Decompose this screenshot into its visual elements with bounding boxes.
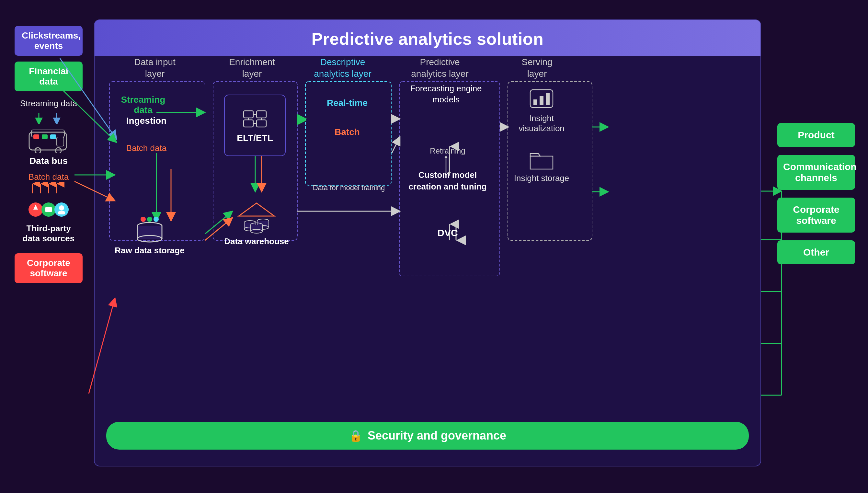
ingestion-node: Ingestion [114,116,179,126]
svg-point-46 [147,217,152,222]
folder-icon [528,150,555,171]
elt-etl-icon [240,108,269,130]
warehouse-icon [236,201,278,234]
third-party-box: Third-party data sources [23,198,74,243]
real-time-node: Real-time [315,98,379,108]
svg-point-47 [153,217,159,222]
main-container: Predictive analytics solution Data input… [94,19,761,467]
svg-rect-82 [534,100,537,105]
main-title: Predictive analytics solution [94,20,760,56]
batch-node: Batch [315,127,379,137]
batch-data-label: Batch data [28,172,69,182]
forecasting-node: Forecasting engine models [406,83,486,105]
raw-data-storage-node: Raw data storage [114,214,185,256]
data-warehouse-node: Data warehouse [218,201,296,246]
data-model-training-label: Data for model training [299,184,399,192]
svg-rect-17 [45,207,52,212]
svg-point-45 [140,217,146,222]
third-party-label: Third-party data sources [23,223,74,243]
corporate-software-left-badge: Corporate software [15,253,83,283]
svg-point-19 [59,206,64,211]
corporate-software-right-badge: Corporate software [777,198,855,233]
lock-icon: 🔒 [349,429,363,442]
svg-rect-4 [34,134,39,139]
bus-icon [27,127,70,153]
data-bus-box: Data bus [27,127,70,166]
svg-rect-55 [243,120,253,127]
streaming-data-label: Streaming data [20,99,77,108]
left-panel: Clickstreams, events Financial data Stre… [10,26,87,283]
security-bar: 🔒 Security and governance [106,422,749,450]
svg-rect-56 [257,120,266,127]
diagram-svg [106,52,749,427]
streaming-arrows [23,111,74,124]
product-badge: Product [777,123,855,147]
dvc-node: DVC [415,228,480,238]
data-bus-label: Data bus [29,156,68,166]
svg-marker-78 [444,155,448,158]
svg-rect-54 [257,111,266,118]
batch-data-node: Batch data [114,143,179,153]
security-label: Security and governance [368,429,506,443]
third-party-icon [27,198,70,221]
svg-rect-73 [251,225,262,231]
svg-rect-9 [57,137,64,146]
svg-marker-61 [239,203,274,216]
batch-arrows-up [23,182,74,195]
insight-storage-node: Insight storage [506,150,577,183]
insight-visualization-node: Insight visualization [506,88,577,133]
clickstreams-badge: Clickstreams, events [15,26,83,56]
svg-rect-5 [42,134,48,139]
elt-etl-box: ELT/ETL [224,94,286,156]
streaming-data-node: Streaming data [114,94,172,115]
financial-data-badge: Financial data [15,62,83,91]
svg-rect-53 [243,111,253,118]
custom-model-node: Custom model creation and tuning [402,169,493,193]
svg-rect-83 [540,96,543,105]
insight-viz-icon [528,88,555,111]
database-icon [133,214,166,243]
svg-rect-6 [50,134,56,139]
svg-line-31 [392,137,400,153]
right-panel: Product Communication channels Corporate… [774,123,858,264]
other-badge: Other [777,240,855,264]
communication-badge: Communication channels [777,155,855,190]
svg-rect-84 [546,93,550,105]
svg-rect-20 [58,211,65,214]
